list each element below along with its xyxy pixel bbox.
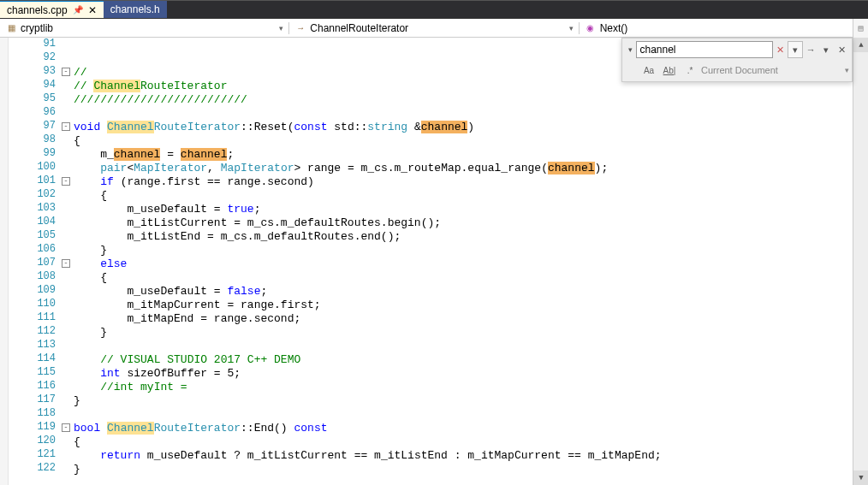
class-label: ChannelRouteIterator [310, 22, 408, 34]
fold-toggle[interactable]: - [62, 68, 70, 76]
regex-toggle[interactable]: .* [681, 62, 699, 78]
chevron-down-icon: ▾ [279, 24, 283, 33]
class-icon: → [294, 22, 306, 34]
member-label: Next() [600, 22, 628, 34]
line-number-gutter: 9192939495969798991001011021031041051061… [9, 38, 60, 485]
method-icon: ◉ [585, 22, 597, 34]
split-editor-button[interactable]: ▤ [853, 19, 868, 38]
close-icon[interactable]: ✕ [88, 4, 97, 16]
clear-search-icon[interactable]: ✕ [773, 41, 788, 58]
search-scope-dropdown[interactable]: Current Document ▾ [701, 65, 849, 75]
tab-label: channels.cpp [7, 4, 68, 16]
tab-channels-cpp[interactable]: channels.cpp 📌 ✕ [0, 1, 104, 18]
fold-toggle[interactable]: - [62, 423, 70, 432]
match-case-toggle[interactable]: Aa [639, 62, 658, 78]
selection-margin [0, 38, 9, 485]
tab-label: channels.h [110, 3, 160, 15]
whole-word-toggle[interactable]: Ab| [660, 62, 679, 78]
tab-channels-h[interactable]: channels.h [104, 1, 167, 18]
vertical-scrollbar[interactable]: ▲ ▼ [853, 38, 868, 485]
fold-toggle[interactable]: - [62, 122, 70, 131]
scope-label: cryptlib [21, 22, 53, 34]
find-input[interactable] [636, 41, 773, 58]
find-options-dropdown[interactable]: ▾ [818, 41, 834, 58]
code-area[interactable]: //// ChannelRouteIterator///////////////… [74, 38, 868, 485]
expand-replace-icon[interactable]: ▾ [625, 45, 636, 54]
find-next-icon[interactable]: → [803, 41, 818, 58]
close-find-icon[interactable]: ✕ [834, 41, 849, 58]
member-dropdown[interactable]: ◉ Next() ▾ [580, 22, 868, 34]
chevron-down-icon: ▾ [569, 24, 574, 33]
navigation-bar: ▦ cryptlib ▾ → ChannelRouteIterator ▾ ◉ … [0, 19, 868, 38]
pin-icon[interactable]: 📌 [73, 5, 83, 15]
scope-label: Current Document [701, 65, 778, 75]
find-panel: ▾ ✕ ▾ → ▾ ✕ Aa Ab| .* Current Document ▾ [621, 38, 853, 82]
fold-toggle[interactable]: - [62, 177, 70, 186]
outline-margin[interactable]: ----- [60, 38, 74, 485]
code-editor[interactable]: 9192939495969798991001011021031041051061… [0, 38, 868, 485]
scroll-up-button[interactable]: ▲ [853, 38, 868, 52]
scroll-down-button[interactable]: ▼ [853, 470, 868, 485]
project-icon: ▦ [5, 22, 17, 34]
scope-dropdown[interactable]: ▦ cryptlib ▾ [0, 22, 289, 34]
tab-bar: channels.cpp 📌 ✕ channels.h [0, 0, 868, 19]
fold-toggle[interactable]: - [62, 259, 70, 268]
search-history-dropdown[interactable]: ▾ [788, 41, 803, 58]
class-dropdown[interactable]: → ChannelRouteIterator ▾ [289, 22, 579, 34]
chevron-down-icon: ▾ [845, 66, 849, 74]
